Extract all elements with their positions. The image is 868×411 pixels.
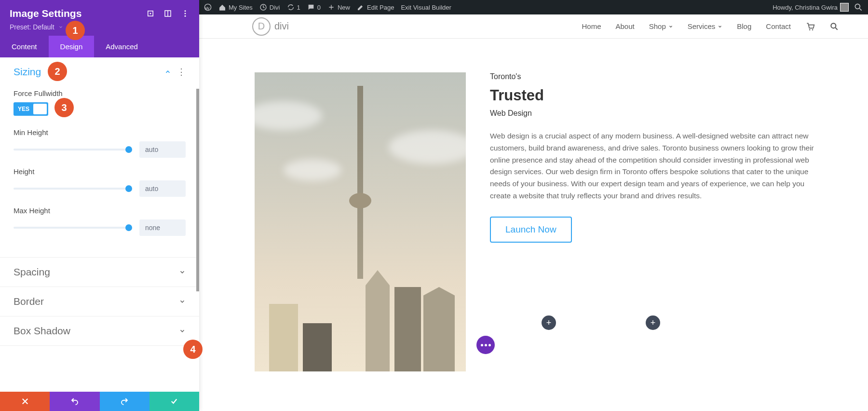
new-label: New <box>338 4 350 11</box>
new-link[interactable]: New <box>327 3 350 11</box>
marker-3: 3 <box>54 98 74 117</box>
nav-shop-label: Shop <box>649 22 666 30</box>
chevron-down-icon <box>179 298 186 305</box>
min-height-label: Min Height <box>14 128 186 137</box>
section-box-shadow: Box Shadow <box>0 316 199 346</box>
section-border: Border <box>0 287 199 316</box>
chevron-down-icon <box>179 328 186 334</box>
slider-handle[interactable] <box>125 185 132 192</box>
slider-handle[interactable] <box>125 146 132 153</box>
height-value[interactable]: auto <box>139 180 186 197</box>
undo-button[interactable] <box>50 392 99 411</box>
tab-advanced[interactable]: Advanced <box>94 36 149 57</box>
svg-point-2 <box>855 4 860 9</box>
marker-4: 4 <box>183 340 203 359</box>
kebab-icon[interactable] <box>181 9 190 18</box>
svg-point-6 <box>185 10 186 12</box>
add-module-button[interactable]: + <box>646 315 660 330</box>
my-sites-label: My Sites <box>229 4 253 11</box>
min-height-value[interactable]: auto <box>139 141 186 158</box>
spacing-title: Spacing <box>14 266 50 278</box>
layout-icon[interactable] <box>163 9 172 18</box>
wp-logo[interactable] <box>204 3 212 11</box>
toggle-knob <box>33 104 47 114</box>
force-fullwidth-toggle[interactable]: YES <box>14 102 48 116</box>
max-height-value[interactable]: none <box>139 219 186 236</box>
max-height-label: Max Height <box>14 206 186 215</box>
logo-text: divi <box>274 21 289 32</box>
site-header: D divi Home About Shop Services Blog Con… <box>199 14 868 39</box>
tab-content[interactable]: Content <box>0 36 49 57</box>
marker-2: 2 <box>48 62 67 81</box>
site-name-label: Divi <box>270 4 280 11</box>
cancel-button[interactable] <box>0 392 50 411</box>
search-icon <box>854 2 863 12</box>
comments-count: 0 <box>317 4 321 11</box>
section-header-sizing[interactable]: Sizing ⋮ <box>0 57 199 86</box>
nav-shop[interactable]: Shop <box>649 22 673 30</box>
chevron-down-icon <box>179 269 186 275</box>
nav-home[interactable]: Home <box>582 22 601 30</box>
search-icon[interactable] <box>829 22 839 31</box>
module-options-fab[interactable] <box>476 336 495 354</box>
section-header-border[interactable]: Border <box>0 287 199 316</box>
redo-button[interactable] <box>100 392 149 411</box>
svg-point-11 <box>831 23 836 28</box>
section-kebab-icon[interactable]: ⋮ <box>177 67 186 77</box>
svg-point-8 <box>185 15 186 17</box>
site-link[interactable]: Divi <box>259 3 280 11</box>
hero-subtitle-2: Web Design <box>490 109 820 118</box>
avatar <box>840 3 849 12</box>
pencil-icon <box>357 3 365 11</box>
section-spacing: Spacing <box>0 258 199 287</box>
marker-1: 1 <box>66 21 85 40</box>
nav-about[interactable]: About <box>615 22 634 30</box>
wp-search[interactable] <box>854 2 863 12</box>
nav-contact[interactable]: Contact <box>766 22 791 30</box>
add-module-button[interactable]: + <box>542 315 556 330</box>
comments-link[interactable]: 0 <box>307 3 321 11</box>
refresh-icon <box>287 3 295 11</box>
section-sizing: Sizing ⋮ Force Fullwidth YES Min Height … <box>0 57 199 258</box>
home-icon <box>218 3 226 11</box>
nav-services[interactable]: Services <box>688 22 723 30</box>
min-height-slider[interactable] <box>14 149 129 151</box>
page-preview: D divi Home About Shop Services Blog Con… <box>199 14 868 411</box>
site-nav: Home About Shop Services Blog Contact <box>582 22 839 31</box>
scrollbar[interactable] <box>196 89 199 291</box>
nav-services-label: Services <box>688 22 716 30</box>
wordpress-icon <box>204 3 212 11</box>
cart-icon[interactable] <box>805 22 815 31</box>
howdy-link[interactable]: Howdy, Christina Gwira <box>773 3 849 12</box>
edit-page-link[interactable]: Edit Page <box>357 3 394 11</box>
my-sites-link[interactable]: My Sites <box>218 3 253 11</box>
settings-tabs: Content Design Advanced <box>0 36 199 57</box>
section-header-box-shadow[interactable]: Box Shadow <box>0 316 199 345</box>
height-label: Height <box>14 167 186 176</box>
undo-icon <box>70 397 79 406</box>
section-header-spacing[interactable]: Spacing <box>0 258 199 287</box>
box-shadow-title: Box Shadow <box>14 325 70 337</box>
hero-title: Trusted <box>490 87 820 104</box>
site-logo[interactable]: D divi <box>252 17 289 36</box>
launch-button[interactable]: Launch Now <box>490 217 572 243</box>
edit-page-label: Edit Page <box>367 4 394 11</box>
panel-footer <box>0 392 199 411</box>
nav-blog[interactable]: Blog <box>737 22 751 30</box>
preset-selector[interactable]: Preset: Default <box>10 23 190 31</box>
redo-icon <box>120 397 129 406</box>
height-slider[interactable] <box>14 188 129 190</box>
exit-vb-link[interactable]: Exit Visual Builder <box>401 4 451 11</box>
panel-header: Image Settings Preset: Default <box>0 0 199 36</box>
hero-image[interactable] <box>255 72 466 371</box>
hero-section: Toronto's Trusted Web Design Web design … <box>199 39 868 371</box>
expand-icon[interactable] <box>146 9 155 18</box>
updates-link[interactable]: 1 <box>287 3 300 11</box>
check-icon <box>170 397 178 406</box>
panel-title: Image Settings <box>10 8 81 19</box>
slider-handle[interactable] <box>125 224 132 231</box>
save-button[interactable] <box>149 392 199 411</box>
logo-icon: D <box>252 17 271 36</box>
exit-vb-label: Exit Visual Builder <box>401 4 451 11</box>
max-height-slider[interactable] <box>14 227 129 229</box>
